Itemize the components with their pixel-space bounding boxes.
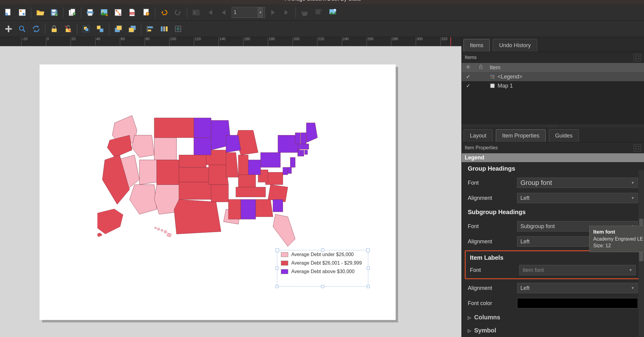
group-alignment-dropdown[interactable]: Left▼	[517, 193, 638, 203]
svg-rect-43	[161, 26, 163, 31]
svg-rect-41	[148, 26, 153, 28]
svg-rect-30	[52, 28, 57, 32]
expand-icon[interactable]: ⛶	[634, 54, 641, 61]
duplicate-button[interactable]	[66, 6, 79, 19]
layout-page[interactable]: Average Debt under $26,000Average Debt $…	[40, 64, 396, 320]
atlas-settings-button[interactable]	[326, 6, 339, 19]
svg-point-48	[157, 228, 160, 230]
ungroup-button[interactable]	[94, 23, 107, 35]
right-panel: Items Undo History Items⛶ Item ✓<Legend>…	[461, 37, 644, 337]
nav-prev-button[interactable]	[218, 6, 230, 19]
svg-rect-59	[490, 84, 495, 88]
save-button[interactable]	[48, 6, 61, 19]
redo-button[interactable]	[172, 6, 184, 19]
symbol-section[interactable]: ▷Symbol	[462, 324, 644, 337]
item-font-dropdown[interactable]: Item font▼	[519, 265, 636, 275]
svg-rect-58	[492, 78, 495, 78]
items-tabrow: Items Undo History	[462, 37, 644, 52]
tab-guides[interactable]: Guides	[549, 129, 579, 142]
toolbar-main: PDF 1▾	[0, 4, 644, 21]
map-item[interactable]	[97, 104, 335, 265]
props-scrollbar[interactable]	[639, 170, 644, 337]
item-row[interactable]: ✓<Legend>	[462, 72, 644, 81]
atlas-export-button[interactable]	[312, 6, 325, 19]
group-button[interactable]	[80, 23, 93, 35]
raise-button[interactable]	[112, 23, 124, 35]
font-label: Font	[468, 223, 513, 230]
svg-rect-26	[316, 9, 320, 14]
unlock-button[interactable]	[62, 23, 75, 35]
print-button[interactable]	[84, 6, 96, 19]
svg-point-3	[23, 13, 25, 15]
refresh-button[interactable]	[30, 23, 43, 35]
svg-rect-12	[88, 13, 92, 16]
svg-rect-45	[166, 26, 168, 31]
legend-swatch	[281, 261, 288, 266]
export-svg-button[interactable]	[112, 6, 124, 19]
export-image-button[interactable]	[98, 6, 110, 19]
undo-button[interactable]	[158, 6, 170, 19]
item-labels-highlight: Item Labels Font Item font▼	[465, 250, 641, 279]
lower-button[interactable]	[126, 23, 138, 35]
atlas-print-button[interactable]	[298, 6, 311, 19]
tab-items[interactable]: Items	[464, 39, 490, 52]
open-button[interactable]	[34, 6, 47, 19]
tab-item-properties[interactable]: Item Properties	[496, 129, 546, 142]
save-project-button[interactable]	[16, 6, 29, 19]
new-layout-button[interactable]	[2, 6, 15, 19]
svg-rect-23	[194, 11, 196, 14]
legend-swatch	[281, 269, 288, 274]
svg-point-16	[116, 10, 117, 11]
items-list[interactable]: ✓<Legend>✓Map 1	[462, 72, 644, 124]
map-icon	[490, 83, 495, 89]
zoom-button[interactable]	[16, 23, 29, 35]
nav-next-button[interactable]	[266, 6, 279, 19]
svg-rect-56	[492, 75, 495, 76]
distribute-button[interactable]	[158, 23, 170, 35]
page-number-input[interactable]: 1▾	[232, 7, 265, 18]
font-color-picker[interactable]	[517, 298, 638, 308]
atlas-button[interactable]	[190, 6, 202, 19]
item-row[interactable]: ✓Map 1	[462, 81, 644, 90]
svg-point-47	[155, 227, 157, 229]
export-pdf-button[interactable]: PDF	[126, 6, 138, 19]
legend-entry: Average Debt under $26,000	[277, 250, 368, 259]
font-label: Font	[468, 180, 513, 186]
svg-rect-38	[117, 26, 121, 30]
svg-rect-44	[163, 26, 165, 31]
svg-point-6	[55, 13, 58, 16]
svg-point-49	[161, 229, 163, 231]
pan-button[interactable]	[2, 23, 15, 35]
svg-rect-36	[100, 28, 103, 32]
align-left-button[interactable]	[144, 23, 156, 35]
svg-point-28	[333, 9, 336, 12]
canvas-area[interactable]: -200204060801001201401601802002202402602…	[0, 37, 461, 337]
eye-icon	[465, 64, 471, 70]
tab-layout[interactable]: Layout	[464, 129, 493, 142]
svg-rect-52	[480, 67, 482, 69]
item-alignment-dropdown[interactable]: Left▼	[517, 283, 638, 293]
item-labels-header: Item Labels	[467, 252, 639, 263]
resize-button[interactable]	[172, 23, 184, 35]
svg-point-51	[467, 66, 469, 68]
itemprops-panel-label: Item Properties⛶	[462, 142, 644, 153]
group-font-dropdown[interactable]: Group font▼	[517, 178, 638, 188]
legend-icon	[490, 74, 495, 79]
nav-first-button[interactable]	[204, 6, 216, 19]
tab-undo-history[interactable]: Undo History	[493, 39, 537, 52]
legend-item[interactable]: Average Debt under $26,000Average Debt $…	[277, 250, 368, 287]
columns-section[interactable]: ▷Columns	[462, 311, 644, 324]
svg-rect-42	[148, 30, 151, 31]
panel-grip[interactable]: ┄┄┄┄	[462, 124, 644, 127]
lock-icon	[478, 64, 484, 70]
lock-button[interactable]	[48, 23, 61, 35]
group-headings-header: Group Headings	[462, 162, 644, 175]
alignment-label: Alignment	[468, 238, 513, 245]
svg-rect-2	[19, 9, 26, 16]
svg-rect-34	[86, 28, 88, 31]
legend-label: Average Debt $26,001 - $29,999	[291, 260, 362, 266]
expand-icon[interactable]: ⛶	[634, 144, 641, 151]
window-titlebar: *Average Student Debt By State	[0, 0, 644, 4]
nav-last-button[interactable]	[280, 6, 293, 19]
page-setup-button[interactable]	[140, 6, 152, 19]
